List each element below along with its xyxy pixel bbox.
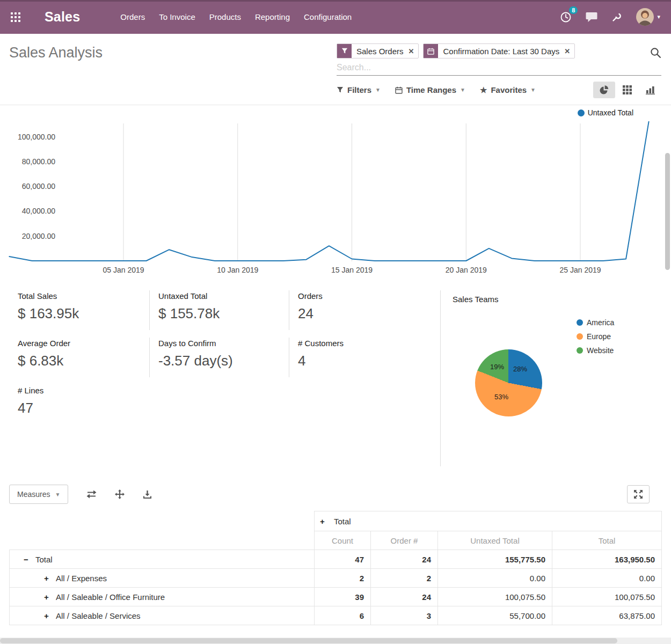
flip-axis-icon[interactable] xyxy=(86,491,97,499)
menu-to-invoice[interactable]: To Invoice xyxy=(152,7,202,27)
main-menu: Orders To Invoice Products Reporting Con… xyxy=(113,7,359,27)
graph-view-button[interactable] xyxy=(639,82,661,98)
sales-line-chart[interactable]: 05 Jan 201910 Jan 201915 Jan 201920 Jan … xyxy=(0,105,671,282)
facet-sales-orders[interactable]: Sales Orders ✕ xyxy=(337,43,419,58)
search-input[interactable] xyxy=(337,62,661,74)
avatar xyxy=(636,8,654,26)
activity-clock-icon[interactable]: 8 xyxy=(560,11,572,23)
facet-remove-icon[interactable]: ✕ xyxy=(409,44,419,58)
menu-reporting[interactable]: Reporting xyxy=(248,7,297,27)
legend-item-america: America xyxy=(577,318,614,327)
pivot-row-services: +All / Saleable / Services 6 3 55,700.00… xyxy=(10,606,662,625)
pivot-controls: Measures▼ xyxy=(9,485,650,504)
pivot-row-total: −Total 47 24 155,775.50 163,950.50 xyxy=(10,550,662,569)
pivot-row-expenses: +All / Expenses 2 2 0.00 0.00 xyxy=(10,569,662,588)
legend-dot xyxy=(577,333,583,340)
chevron-down-icon: ▼ xyxy=(460,87,465,93)
column-header-count[interactable]: Count xyxy=(315,531,371,550)
svg-text:20 Jan 2019: 20 Jan 2019 xyxy=(446,266,487,274)
svg-text:40,000.00: 40,000.00 xyxy=(22,207,55,215)
expand-all-icon[interactable] xyxy=(115,489,125,499)
expand-row-icon[interactable]: + xyxy=(44,574,52,583)
grid-view-icon xyxy=(623,85,632,94)
app-name[interactable]: Sales xyxy=(45,9,80,25)
kpi-untaxed-total[interactable]: Untaxed Total $ 155.78k xyxy=(149,290,289,330)
column-header-order[interactable]: Order # xyxy=(371,531,438,550)
view-switcher xyxy=(593,82,661,98)
measures-button[interactable]: Measures▼ xyxy=(9,485,68,504)
control-panel: Sales Analysis Sales Orders ✕ Confirmati… xyxy=(0,34,671,105)
menu-configuration[interactable]: Configuration xyxy=(297,7,359,27)
sales-teams-pie[interactable] xyxy=(475,349,542,416)
legend-item-website: Website xyxy=(577,346,614,355)
kpi-customers[interactable]: # Customers 4 xyxy=(289,338,440,377)
expand-icon xyxy=(634,490,643,499)
svg-text:60,000.00: 60,000.00 xyxy=(22,182,55,191)
fullscreen-button[interactable] xyxy=(627,485,650,503)
sales-teams-title: Sales Teams xyxy=(453,295,662,304)
pie-slice-label-europe: 53% xyxy=(494,393,508,401)
calendar-icon xyxy=(424,44,438,58)
pivot-column-group[interactable]: + Total xyxy=(315,511,662,531)
pie-slice-label-america: 28% xyxy=(513,365,527,373)
horizontal-scrollbar[interactable] xyxy=(0,638,671,644)
sales-teams-panel: Sales Teams America Europe Website 28% 5… xyxy=(440,290,662,466)
pivot-table: + Total Count Order # Untaxed Total Tota… xyxy=(9,511,662,625)
activity-badge: 8 xyxy=(569,6,578,14)
developer-tools-icon[interactable] xyxy=(611,12,622,23)
favorites-dropdown[interactable]: ★ Favorites▼ xyxy=(480,85,536,95)
column-header-total[interactable]: Total xyxy=(552,531,662,550)
messages-icon[interactable] xyxy=(586,12,597,23)
kpi-orders[interactable]: Orders 24 xyxy=(289,290,440,330)
user-menu[interactable]: ▾ xyxy=(636,8,660,26)
chevron-down-icon: ▼ xyxy=(55,492,60,497)
legend-dot xyxy=(577,319,583,326)
column-header-untaxed[interactable]: Untaxed Total xyxy=(438,531,552,550)
search-icon[interactable] xyxy=(650,47,661,58)
pie-view-icon xyxy=(599,85,609,95)
kpi-dashboard: Total Sales $ 163.95k Untaxed Total $ 15… xyxy=(9,290,440,425)
filter-icon xyxy=(337,86,344,93)
search-area: Sales Orders ✕ Confirmation Date: Last 3… xyxy=(337,43,661,76)
menu-orders[interactable]: Orders xyxy=(113,7,152,27)
filters-dropdown[interactable]: Filters▼ xyxy=(337,85,381,94)
filter-icon xyxy=(337,44,352,58)
vertical-scrollbar[interactable] xyxy=(665,153,670,270)
svg-text:10 Jan 2019: 10 Jan 2019 xyxy=(217,266,258,274)
chart-legend-label: Untaxed Total xyxy=(588,108,633,117)
pivot-view-button[interactable] xyxy=(616,82,638,98)
calendar-icon xyxy=(395,86,403,94)
svg-text:100,000.00: 100,000.00 xyxy=(18,133,55,141)
expand-row-icon[interactable]: + xyxy=(44,592,52,602)
star-icon: ★ xyxy=(480,85,487,95)
collapse-row-icon[interactable]: − xyxy=(24,555,31,564)
chevron-down-icon: ▼ xyxy=(375,87,381,93)
chart-legend-dot xyxy=(578,109,585,116)
legend-dot xyxy=(577,347,583,354)
pie-slice-label-website: 19% xyxy=(490,363,504,371)
svg-text:25 Jan 2019: 25 Jan 2019 xyxy=(559,266,601,274)
svg-text:05 Jan 2019: 05 Jan 2019 xyxy=(103,266,144,274)
dashboard-view-button[interactable] xyxy=(593,82,615,98)
svg-text:15 Jan 2019: 15 Jan 2019 xyxy=(331,266,373,274)
kpi-average-order[interactable]: Average Order $ 6.83k xyxy=(9,338,149,377)
chevron-down-icon: ▼ xyxy=(530,87,536,93)
chevron-down-icon: ▾ xyxy=(657,13,660,20)
time-ranges-dropdown[interactable]: Time Ranges▼ xyxy=(395,85,465,94)
svg-text:80,000.00: 80,000.00 xyxy=(22,157,55,166)
pie-legend: America Europe Website xyxy=(577,318,614,355)
expand-columns-icon[interactable]: + xyxy=(320,517,327,526)
pivot-row-office-furniture: +All / Saleable / Office Furniture 39 24… xyxy=(10,588,662,606)
expand-row-icon[interactable]: + xyxy=(44,611,52,620)
kpi-lines[interactable]: # Lines 47 xyxy=(9,385,149,425)
legend-item-europe: Europe xyxy=(577,332,614,341)
download-icon[interactable] xyxy=(143,490,152,499)
facet-remove-icon[interactable]: ✕ xyxy=(564,44,574,58)
facet-confirmation-date[interactable]: Confirmation Date: Last 30 Days ✕ xyxy=(423,43,575,58)
kpi-total-sales[interactable]: Total Sales $ 163.95k xyxy=(9,290,149,330)
apps-grid-icon[interactable] xyxy=(11,12,20,22)
svg-text:20,000.00: 20,000.00 xyxy=(22,232,55,240)
chart-legend: Untaxed Total xyxy=(578,108,633,117)
kpi-days-to-confirm[interactable]: Days to Confirm -3.57 day(s) xyxy=(149,338,289,377)
menu-products[interactable]: Products xyxy=(202,7,248,27)
